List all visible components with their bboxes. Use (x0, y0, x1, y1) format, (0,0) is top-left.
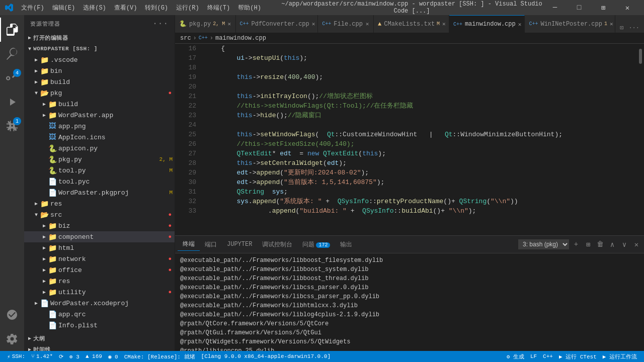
extensions-icon[interactable]: 1 (0, 114, 24, 138)
status-errors[interactable]: ⊗ 3 (66, 351, 83, 362)
terminal-close-button[interactable]: ✕ (631, 239, 641, 249)
terminal-line: @executable_path/../Frameworks/libhtmlcx… (180, 301, 639, 310)
outline-header[interactable]: ▶ 大纲 (24, 333, 175, 344)
tab-pkg-py[interactable]: 🐍 pkg.py 2, M ✕ (175, 15, 236, 33)
tab-cmakelists[interactable]: ▲ CMakeLists.txt M ✕ (374, 15, 449, 33)
tree-item-component[interactable]: ▶ 📁 component ● (24, 231, 175, 242)
python-file-icon: 🐍 (48, 155, 56, 163)
status-encoding[interactable]: C++ (540, 351, 556, 362)
terminal-split-button[interactable]: ⊞ (583, 239, 593, 249)
status-lf[interactable]: LF (527, 351, 540, 362)
git-icon[interactable]: 4 (0, 66, 24, 90)
tree-item-utility[interactable]: ▶ 📁 utility ● (24, 287, 175, 298)
remote-icon[interactable] (0, 303, 24, 327)
terminal-trash-button[interactable]: 🗑 (595, 239, 605, 249)
terminal-add-button[interactable]: + (571, 239, 581, 249)
breadcrumb-file[interactable]: mainwindow.cpp (215, 35, 266, 42)
tree-item-appicon-icns[interactable]: ▶ 🖼 AppIcon.icns (24, 132, 175, 143)
maximize-button[interactable]: □ (568, 0, 591, 15)
tree-item-office[interactable]: ▶ 📁 office ● (24, 264, 175, 276)
run-icon[interactable] (0, 90, 24, 114)
status-build[interactable]: ⚙ 生成 (504, 351, 527, 362)
tab-badge: M (437, 21, 440, 27)
tree-item-bin[interactable]: ▶ 📁 bin (24, 65, 175, 76)
code-content[interactable]: { ui->setupUi(this); this->resize(400,40… (200, 44, 637, 235)
menu-edit[interactable]: 编辑(E) (48, 2, 79, 14)
status-info[interactable]: ◉ 0 (105, 351, 121, 362)
menu-view[interactable]: 查看(V) (110, 2, 141, 14)
settings-icon[interactable] (0, 327, 24, 351)
menu-file[interactable]: 文件(F) (17, 2, 48, 14)
tree-item-app-png[interactable]: ▶ 🖼 app.png (24, 121, 175, 132)
tree-item-src-res[interactable]: ▶ 📁 res (24, 276, 175, 287)
code-editor[interactable]: 1617181920 2122232425 2627282930 313233 … (175, 44, 644, 235)
minimize-button[interactable]: ─ (543, 0, 567, 15)
terminal-shell-select[interactable]: 3: bash (pkg) (518, 239, 569, 249)
warnings-label: ▲ 169 (86, 353, 102, 359)
layout-button[interactable]: ⊞ (592, 0, 615, 15)
tree-item-app-qrc[interactable]: ▶ 📄 app.qrc (24, 309, 175, 320)
root-header[interactable]: ▼ WORDPASTER [SSH: ] (24, 43, 175, 54)
tab-close-button[interactable]: ✕ (518, 20, 522, 28)
tree-item-pkgproj[interactable]: ▶ 📄 WordPaster.pkgproj M (24, 187, 175, 198)
tree-label: utility (58, 289, 168, 296)
tree-item-build-root[interactable]: ▶ 📁 build (24, 76, 175, 87)
sidebar-more-button[interactable]: ··· (152, 19, 169, 28)
search-icon[interactable] (0, 42, 24, 66)
tree-item-tool-py[interactable]: ▶ 🐍 tool.py M (24, 165, 175, 176)
status-branch[interactable]: ⑂ 1.42* (28, 351, 56, 362)
tree-item-pkg[interactable]: ▼ 📂 pkg ● (24, 87, 175, 99)
tab-close-button[interactable]: ✕ (312, 20, 315, 28)
breadcrumb-src[interactable]: src (180, 35, 191, 42)
tree-item-wordpaster-app[interactable]: ▶ 📁 WordPaster.app (24, 110, 175, 121)
tab-close-button[interactable]: ✕ (610, 20, 613, 28)
terminal-tab-jupyter[interactable]: JUPYTER (222, 239, 257, 250)
editor-scrollbar[interactable] (637, 44, 644, 235)
tree-item-vscode[interactable]: ▶ 📁 .vscode (24, 54, 175, 65)
terminal-tab-ports[interactable]: 端口 (200, 238, 222, 251)
menu-help[interactable]: 帮助(H) (234, 2, 265, 14)
terminal-tab-terminal[interactable]: 终端 (178, 238, 200, 251)
tree-item-tool-pyc[interactable]: ▶ 📄 tool.pyc (24, 176, 175, 187)
tab-wininetposter[interactable]: C++ WinINetPoster.cpp 1 ✕ (525, 15, 615, 33)
menu-goto[interactable]: 转到(G) (141, 2, 172, 14)
tab-mainwindow[interactable]: C++ mainwindow.cpp ✕ (449, 15, 525, 33)
tree-item-res[interactable]: ▶ 📁 res (24, 198, 175, 209)
tab-close-button[interactable]: ✕ (442, 20, 446, 28)
status-warnings[interactable]: ▲ 169 (83, 351, 105, 362)
tab-close-button[interactable]: ✕ (365, 20, 369, 28)
menu-run[interactable]: 运行(R) (172, 2, 203, 14)
terminal-up-button[interactable]: ∧ (607, 239, 617, 249)
menu-terminal[interactable]: 终端(T) (203, 2, 234, 14)
status-cmake[interactable]: CMake: [Release]: 就绪 (121, 351, 198, 362)
tree-item-info-plist[interactable]: ▶ 📄 Info.plist (24, 320, 175, 331)
tab-pdfconverter[interactable]: C++ PdfConverter.cpp ✕ (236, 15, 318, 33)
terminal-tab-output[interactable]: 输出 (335, 238, 357, 251)
open-editors-header[interactable]: ▶ 打开的编辑器 (24, 32, 175, 43)
timeline-header[interactable]: ▶ 时间线 (24, 344, 175, 351)
tree-item-network[interactable]: ▶ 📁 network ● (24, 253, 175, 264)
tree-item-html[interactable]: ▶ 📁 html (24, 242, 175, 253)
tree-item-pkg-build[interactable]: ▶ 📁 build (24, 99, 175, 110)
tree-item-biz[interactable]: ▶ 📁 biz ● (24, 220, 175, 231)
explorer-icon[interactable] (0, 18, 24, 42)
terminal-tab-problems[interactable]: 问题172 (297, 238, 335, 251)
status-clang[interactable]: [Clang 9.0.0 x86_64-apple-darwin17.0.0] (198, 351, 334, 362)
status-run-ctest[interactable]: ▶ 运行 CTest (556, 351, 600, 362)
tree-item-appicon-py[interactable]: ▶ 🐍 appicon.py (24, 143, 175, 154)
split-editor-button[interactable]: ⊡ (618, 23, 625, 33)
tab-file-cpp[interactable]: C++ File.cpp ✕ (318, 15, 374, 33)
tab-close-button[interactable]: ✕ (227, 20, 231, 28)
tree-item-pkg-py[interactable]: ▶ 🐍 pkg.py 2, M (24, 154, 175, 165)
terminal-content[interactable]: @executable_path/../Frameworks/libboost_… (175, 253, 644, 351)
menu-select[interactable]: 选择(S) (79, 2, 110, 14)
terminal-tab-debug[interactable]: 调试控制台 (257, 238, 297, 251)
status-sync[interactable]: ⟳ (56, 351, 66, 362)
status-ssh[interactable]: ⚡ SSH: (4, 351, 28, 362)
close-button[interactable]: ✕ (616, 0, 639, 15)
tree-item-xcodeproj[interactable]: ▶ 📄 WordPaster.xcodeproj (24, 298, 175, 309)
tree-item-src[interactable]: ▼ 📂 src ● (24, 209, 175, 220)
terminal-down-button[interactable]: ∨ (619, 239, 629, 249)
status-run-workflow[interactable]: ▶ 运行工作流 (600, 351, 640, 362)
more-tabs-button[interactable]: ··· (626, 24, 641, 33)
